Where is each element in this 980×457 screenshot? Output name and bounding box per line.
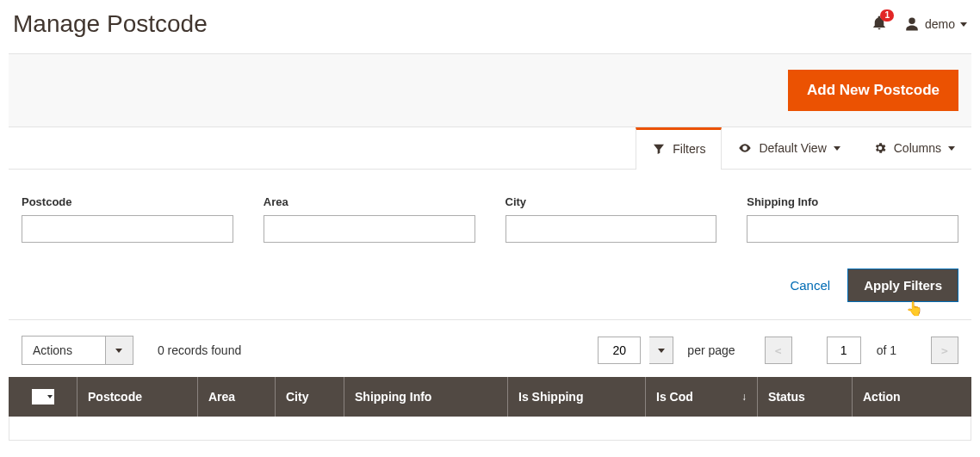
column-is-cod[interactable]: Is Cod ↓ bbox=[646, 377, 758, 417]
page-of-label: of 1 bbox=[877, 343, 896, 357]
column-checkbox[interactable] bbox=[9, 377, 78, 417]
user-label: demo bbox=[925, 17, 955, 31]
per-page-dropdown-button[interactable] bbox=[649, 337, 673, 364]
cancel-button[interactable]: Cancel bbox=[790, 278, 830, 293]
columns-label: Columns bbox=[894, 141, 941, 155]
city-label: City bbox=[506, 195, 717, 208]
grid-toolbar: Filters Default View Columns bbox=[9, 127, 971, 170]
filters-tab[interactable]: Filters bbox=[636, 127, 722, 170]
filters-form: Postcode Area City Shipping Info Cancel … bbox=[9, 170, 971, 319]
postcode-input[interactable] bbox=[22, 215, 233, 243]
per-page-input[interactable] bbox=[598, 337, 641, 364]
grid-controls: Actions 0 records found per page < of 1 … bbox=[9, 319, 971, 377]
postcode-label: Postcode bbox=[22, 195, 233, 208]
page-header: Manage Postcode 1 demo bbox=[0, 0, 980, 53]
actions-label: Actions bbox=[22, 337, 105, 364]
chevron-down-icon bbox=[948, 146, 955, 151]
sort-arrow-icon: ↓ bbox=[741, 391, 747, 403]
filter-postcode: Postcode bbox=[22, 195, 233, 243]
add-new-postcode-button[interactable]: Add New Postcode bbox=[788, 70, 958, 111]
default-view-dropdown[interactable]: Default View bbox=[722, 127, 856, 169]
chevron-down-icon bbox=[47, 395, 53, 398]
user-menu[interactable]: demo bbox=[904, 16, 967, 32]
chevron-left-icon: < bbox=[775, 344, 782, 357]
grid-header-row: Postcode Area City Shipping Info Is Ship… bbox=[9, 377, 971, 417]
column-shipping-info[interactable]: Shipping Info bbox=[344, 377, 508, 417]
chevron-down-icon bbox=[115, 349, 122, 353]
chevron-down-icon bbox=[960, 22, 967, 27]
is-cod-label: Is Cod bbox=[656, 390, 693, 404]
column-city[interactable]: City bbox=[276, 377, 344, 417]
action-bar: Add New Postcode bbox=[9, 53, 971, 127]
chevron-down-icon bbox=[658, 349, 665, 353]
column-is-shipping[interactable]: Is Shipping bbox=[508, 377, 646, 417]
shipping-info-label: Shipping Info bbox=[747, 195, 958, 208]
actions-dropdown[interactable]: Actions bbox=[22, 336, 133, 365]
filter-area: Area bbox=[264, 195, 475, 243]
shipping-info-input[interactable] bbox=[747, 215, 958, 243]
grid-controls-left: Actions 0 records found bbox=[22, 336, 241, 365]
page-number-input[interactable] bbox=[827, 337, 861, 364]
default-view-label: Default View bbox=[759, 141, 826, 155]
apply-filters-label: Apply Filters bbox=[864, 278, 942, 293]
area-input[interactable] bbox=[264, 215, 475, 243]
select-all-checkbox[interactable] bbox=[32, 389, 54, 405]
page-title: Manage Postcode bbox=[13, 10, 208, 38]
per-page-label: per page bbox=[687, 343, 735, 357]
gear-icon bbox=[873, 141, 887, 155]
apply-filters-button[interactable]: Apply Filters 👆 bbox=[847, 269, 958, 302]
column-status[interactable]: Status bbox=[758, 377, 853, 417]
records-found: 0 records found bbox=[158, 343, 241, 357]
header-right: 1 demo bbox=[871, 15, 967, 34]
funnel-icon bbox=[652, 142, 666, 156]
user-icon bbox=[904, 16, 920, 32]
city-input[interactable] bbox=[506, 215, 717, 243]
area-label: Area bbox=[264, 195, 475, 208]
chevron-down-icon bbox=[834, 146, 840, 151]
eye-icon bbox=[738, 141, 752, 155]
notification-badge: 1 bbox=[880, 9, 894, 22]
next-page-button[interactable]: > bbox=[931, 337, 958, 364]
prev-page-button[interactable]: < bbox=[765, 337, 792, 364]
notifications-button[interactable]: 1 bbox=[871, 15, 887, 34]
filter-fields: Postcode Area City Shipping Info bbox=[22, 195, 958, 243]
cursor-hand-icon: 👆 bbox=[906, 300, 923, 317]
columns-dropdown[interactable]: Columns bbox=[857, 127, 971, 169]
column-postcode[interactable]: Postcode bbox=[78, 377, 198, 417]
grid-controls-right: per page < of 1 > bbox=[598, 337, 958, 364]
filter-actions: Cancel Apply Filters 👆 bbox=[22, 269, 958, 319]
filter-shipping-info: Shipping Info bbox=[747, 195, 958, 243]
data-grid: Postcode Area City Shipping Info Is Ship… bbox=[9, 377, 971, 441]
grid-body bbox=[9, 417, 971, 441]
column-area[interactable]: Area bbox=[198, 377, 276, 417]
column-action[interactable]: Action bbox=[853, 377, 971, 417]
actions-caret bbox=[105, 337, 133, 364]
filter-city: City bbox=[506, 195, 717, 243]
filters-label: Filters bbox=[673, 142, 705, 156]
chevron-right-icon: > bbox=[941, 344, 948, 357]
